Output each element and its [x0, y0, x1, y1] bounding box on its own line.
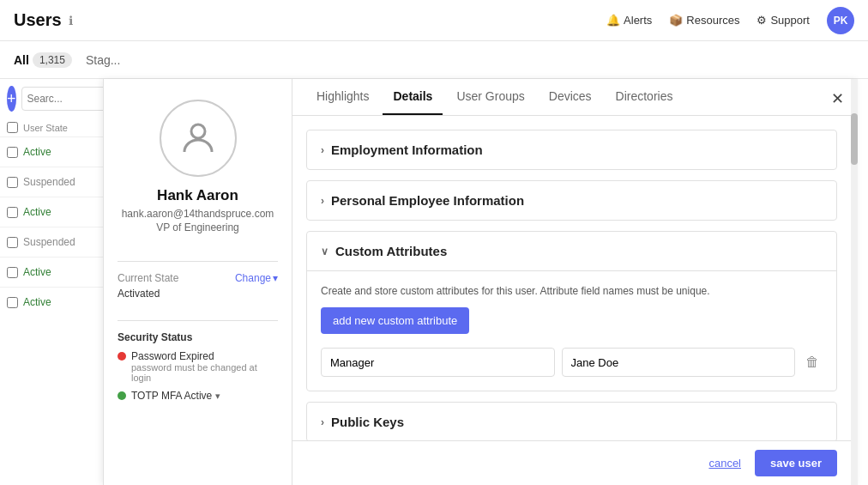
- list-item[interactable]: Active: [0, 257, 111, 287]
- attribute-row: 🗑: [321, 348, 823, 377]
- password-expired-sub: password must be changed at login: [131, 362, 278, 383]
- sub-header: All 1,315 Stag...: [0, 41, 868, 79]
- list-item[interactable]: Suspended: [0, 167, 111, 197]
- panel-body: Hank Aaron hank.aaron@14thandspruce.com …: [104, 79, 858, 485]
- tab-user-groups[interactable]: User Groups: [446, 79, 534, 115]
- tab-directories[interactable]: Directories: [606, 79, 684, 115]
- alerts-label: Alerts: [624, 14, 652, 27]
- header-right: 🔔 Alerts 📦 Resources ⚙ Support PK: [606, 7, 854, 34]
- list-item-checkbox[interactable]: [7, 297, 18, 308]
- accordion-personal: › Personal Employee Information: [306, 180, 837, 221]
- profile-divider: [118, 261, 278, 262]
- list-item[interactable]: Active: [0, 136, 111, 167]
- support-label: Support: [770, 14, 810, 27]
- accordion-employment: › Employment Information: [306, 130, 837, 170]
- list-item-checkbox[interactable]: [7, 147, 18, 158]
- overlay-panel: ✕ Hank Aaron hank.aaron@14thandspruce.co…: [103, 79, 858, 485]
- accordion-custom: ∨ Custom Attributes Create and store cus…: [306, 231, 837, 391]
- alerts-nav[interactable]: 🔔 Alerts: [606, 14, 652, 27]
- scrollbar-thumb: [851, 113, 858, 165]
- list-item[interactable]: Active: [0, 287, 111, 317]
- support-nav[interactable]: ⚙ Support: [756, 14, 810, 27]
- status-badge: Suspended: [23, 236, 75, 248]
- panel-tabs: Highlights Details User Groups Devices D…: [292, 79, 851, 116]
- resources-icon: 📦: [669, 14, 683, 27]
- person-icon: [178, 118, 219, 159]
- tab-highlights[interactable]: Highlights: [306, 79, 379, 115]
- status-badge: Active: [23, 266, 51, 278]
- list-item-checkbox[interactable]: [7, 207, 18, 218]
- public-keys-title: Public Keys: [331, 415, 404, 429]
- security-item-password: Password Expired password must be change…: [118, 350, 278, 383]
- profile-name: Hank Aaron: [157, 187, 238, 204]
- current-state-label: Current State: [118, 272, 178, 284]
- accordion-custom-header[interactable]: ∨ Custom Attributes: [307, 232, 836, 271]
- employment-title: Employment Information: [331, 142, 483, 157]
- accordion-public-keys-header[interactable]: › Public Keys: [307, 403, 836, 440]
- status-badge: Active: [23, 296, 51, 308]
- panel-footer: cancel save user: [292, 440, 851, 485]
- list-item[interactable]: Suspended: [0, 227, 111, 257]
- attribute-key-input[interactable]: [321, 348, 555, 377]
- chevron-right-icon-2: ›: [321, 195, 324, 207]
- list-header: User State: [0, 118, 111, 136]
- totp-chevron-icon[interactable]: ▾: [215, 391, 220, 402]
- current-state-row: Current State Change ▾: [118, 272, 278, 284]
- alerts-icon: 🔔: [606, 14, 620, 27]
- scrollbar[interactable]: [851, 79, 858, 485]
- chevron-right-icon: ›: [321, 144, 324, 156]
- list-item-checkbox[interactable]: [7, 177, 18, 188]
- profile-role: VP of Engineering: [156, 221, 239, 233]
- list-item-checkbox[interactable]: [7, 267, 18, 278]
- list-toolbar: +: [0, 79, 111, 118]
- tab-details[interactable]: Details: [383, 79, 443, 115]
- content-area: + User State Active Suspended Active: [0, 79, 868, 485]
- tab-devices[interactable]: Devices: [539, 79, 602, 115]
- top-header: Users ℹ 🔔 Alerts 📦 Resources ⚙ Support P…: [0, 0, 868, 41]
- status-dot-green: [118, 391, 126, 400]
- add-custom-attribute-button[interactable]: add new custom attribute: [321, 307, 469, 334]
- list-item[interactable]: Active: [0, 197, 111, 227]
- change-state-button[interactable]: Change ▾: [235, 272, 278, 284]
- security-item-totp: TOTP MFA Active ▾: [118, 390, 278, 402]
- save-user-button[interactable]: save user: [755, 450, 837, 476]
- profile-email: hank.aaron@14thandspruce.com: [122, 208, 274, 220]
- close-panel-button[interactable]: ✕: [831, 89, 844, 108]
- column-user-state: User State: [23, 123, 68, 133]
- profile-divider-2: [118, 320, 278, 321]
- attribute-value-input[interactable]: [562, 348, 796, 377]
- count-badge: 1,315: [33, 52, 72, 68]
- current-state-value: Activated: [118, 288, 278, 300]
- chevron-down-icon: ∨: [321, 246, 329, 258]
- resources-label: Resources: [686, 14, 739, 27]
- support-icon: ⚙: [756, 14, 767, 27]
- status-badge: Active: [23, 146, 51, 158]
- accordion-public-keys: › Public Keys: [306, 402, 837, 440]
- personal-title: Personal Employee Information: [331, 193, 524, 208]
- details-section: Highlights Details User Groups Devices D…: [292, 79, 851, 485]
- avatar[interactable]: PK: [827, 7, 854, 34]
- status-dot-red: [118, 352, 126, 361]
- list-item-checkbox[interactable]: [7, 237, 18, 248]
- main-page: Users ℹ 🔔 Alerts 📦 Resources ⚙ Support P…: [0, 0, 868, 485]
- password-expired-label: Password Expired: [131, 350, 278, 362]
- resources-nav[interactable]: 📦 Resources: [669, 14, 739, 27]
- accordion-employment-header[interactable]: › Employment Information: [307, 130, 836, 169]
- accordion-personal-header[interactable]: › Personal Employee Information: [307, 181, 836, 220]
- search-input[interactable]: [21, 87, 112, 111]
- status-badge: Active: [23, 206, 51, 218]
- tab-stage[interactable]: Stag...: [86, 53, 120, 67]
- security-status-title: Security Status: [118, 331, 278, 343]
- accordion-custom-body: Create and store custom attributes for t…: [307, 271, 836, 391]
- info-icon[interactable]: ℹ: [69, 14, 73, 27]
- profile-avatar: [160, 100, 237, 177]
- details-content: › Employment Information › Personal Empl…: [292, 116, 851, 440]
- cancel-button[interactable]: cancel: [708, 457, 741, 470]
- delete-attribute-button[interactable]: 🗑: [802, 351, 823, 373]
- custom-attr-description: Create and store custom attributes for t…: [321, 285, 823, 297]
- tab-all[interactable]: All: [14, 53, 29, 67]
- select-all-checkbox[interactable]: [7, 122, 18, 133]
- add-user-button[interactable]: +: [7, 86, 16, 112]
- status-badge: Suspended: [23, 176, 75, 188]
- left-list: + User State Active Suspended Active: [0, 79, 112, 485]
